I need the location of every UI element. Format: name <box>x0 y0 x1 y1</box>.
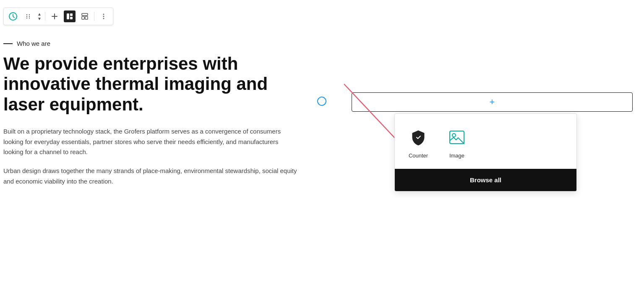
clock-icon[interactable] <box>7 10 19 22</box>
selection-indicator <box>317 97 326 106</box>
browse-all-button[interactable]: Browse all <box>395 169 576 191</box>
counter-shield-icon <box>410 129 427 146</box>
up-arrow-icon[interactable]: ▲ <box>37 12 42 16</box>
section-label-text: Who we are <box>17 40 50 47</box>
image-widget-icon <box>448 129 465 146</box>
svg-point-5 <box>26 18 27 18</box>
svg-point-21 <box>452 134 456 137</box>
image-icon-box <box>446 126 468 148</box>
svg-rect-14 <box>85 16 88 19</box>
paragraph-2: Urban design draws together the many str… <box>3 166 297 187</box>
svg-rect-10 <box>70 13 73 16</box>
widget-dropdown: Counter Image Browse all <box>394 113 577 192</box>
svg-rect-11 <box>70 17 73 19</box>
counter-label: Counter <box>409 152 428 159</box>
block-editor-icon[interactable] <box>64 10 76 22</box>
add-widget-button[interactable]: + <box>352 92 633 112</box>
more-options-icon[interactable] <box>98 10 110 22</box>
widget-item-counter[interactable]: Counter <box>407 126 429 159</box>
plus-icon: + <box>490 97 495 108</box>
svg-rect-12 <box>82 13 88 16</box>
add-block-icon[interactable] <box>49 10 60 22</box>
section-label: Who we are <box>3 40 297 47</box>
layout-icon[interactable] <box>79 10 91 22</box>
svg-point-6 <box>29 18 30 18</box>
svg-point-2 <box>29 14 30 15</box>
counter-icon-box <box>407 126 429 148</box>
section-label-line <box>3 43 13 44</box>
svg-rect-9 <box>67 13 69 19</box>
svg-point-16 <box>103 16 104 17</box>
reorder-control[interactable]: ▲ ▼ <box>37 12 42 21</box>
widget-items-container: Counter Image <box>395 114 576 169</box>
image-label: Image <box>449 152 464 159</box>
main-heading: We provide enterprises with innovative t… <box>3 54 297 115</box>
widget-item-image[interactable]: Image <box>446 126 468 159</box>
svg-rect-13 <box>82 16 84 19</box>
content-area: Who we are We provide enterprises with i… <box>3 40 297 195</box>
svg-point-3 <box>26 16 27 17</box>
drag-handle-icon[interactable] <box>22 10 34 22</box>
svg-point-17 <box>103 18 104 19</box>
toolbar: ▲ ▼ <box>3 8 113 25</box>
divider <box>45 12 45 21</box>
divider2 <box>94 12 94 21</box>
svg-point-4 <box>29 16 30 17</box>
svg-point-15 <box>103 14 104 15</box>
svg-point-1 <box>26 14 27 15</box>
paragraph-1: Built on a proprietary technology stack,… <box>3 126 297 157</box>
down-arrow-icon[interactable]: ▼ <box>37 17 42 21</box>
